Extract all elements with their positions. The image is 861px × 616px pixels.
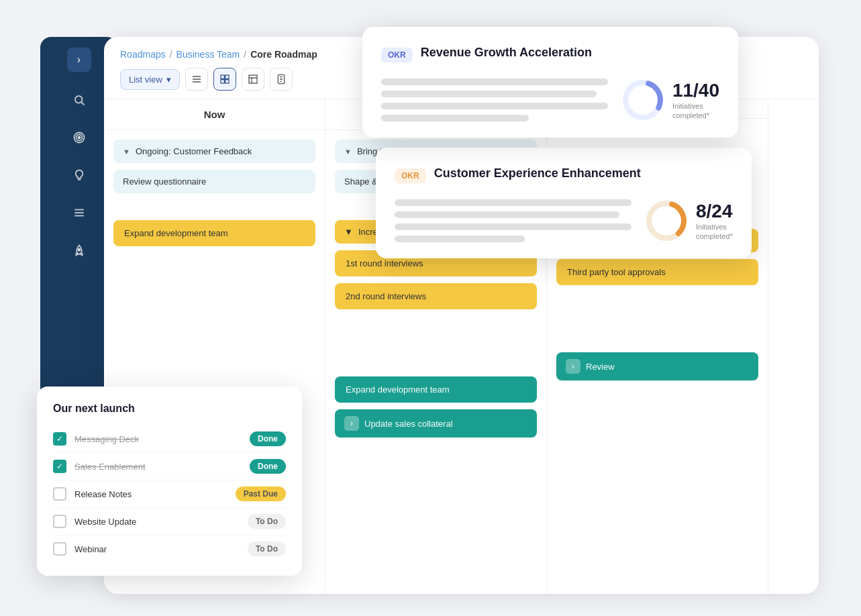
sub-review-questionnaire[interactable]: Review questionnaire (113, 170, 315, 193)
okr-badge-1: OKR (381, 48, 413, 62)
item-text-website: Website Update (74, 517, 240, 527)
chevron-down-icon-3: ▼ (344, 227, 353, 237)
okr-line (381, 79, 608, 85)
okr-line (395, 199, 631, 206)
breadcrumb-current: Core Roadmap (250, 49, 317, 60)
breadcrumb-business-team[interactable]: Business Team (176, 49, 240, 60)
checkbox-webinar[interactable] (53, 542, 66, 556)
status-badge-webinar: To Do (248, 542, 286, 556)
okr-line (395, 236, 525, 242)
status-badge-release: Past Due (236, 486, 286, 501)
col-header-now: Now (104, 99, 325, 130)
checkbox-website[interactable] (53, 515, 66, 528)
list-item: Release Notes Past Due (53, 480, 286, 508)
rocket-icon[interactable] (67, 238, 91, 262)
checkbox-sales[interactable]: ✓ (53, 460, 66, 473)
teal-review[interactable]: › Review (556, 352, 758, 380)
svg-rect-13 (221, 75, 224, 79)
checkbox-release[interactable] (53, 487, 66, 501)
checklist-card: Our next launch ✓ Messaging Deck Done ✓ … (37, 387, 302, 576)
yellow-expand-dev-team[interactable]: Expand development team (113, 220, 315, 246)
okr-count-1: 11/40 (672, 80, 719, 101)
breadcrumb-roadmaps[interactable]: Roadmaps (120, 49, 166, 60)
teal-update-sales[interactable]: › Update sales collateral (335, 409, 537, 438)
chevron-down-icon: ▼ (123, 148, 130, 156)
svg-point-4 (78, 137, 80, 139)
list-item: Webinar To Do (53, 535, 286, 562)
grid-icon-button[interactable] (213, 68, 236, 91)
svg-rect-15 (221, 80, 224, 83)
menu-icon[interactable] (67, 201, 91, 225)
okr-count-2: 8/24 (696, 201, 733, 222)
breadcrumb-sep-1: / (170, 49, 172, 60)
okr-title-2: Customer Experience Enhancement (434, 166, 641, 181)
list-item: ✓ Sales Enablement Done (53, 453, 286, 480)
okr-line (381, 103, 608, 109)
breadcrumb-sep-2: / (244, 49, 246, 60)
list-item: Website Update To Do (53, 508, 286, 535)
lightbulb-icon[interactable] (67, 163, 91, 187)
yellow-2nd-interviews[interactable]: 2nd round interviews (335, 283, 537, 309)
okr-lines-2 (395, 199, 631, 242)
okr-label-1: Initiativescompleted* (672, 101, 719, 121)
svg-line-1 (81, 102, 84, 105)
arrow-right-icon-2: › (566, 359, 580, 374)
item-text-sales: Sales Enablement (74, 462, 242, 472)
item-text-release: Release Notes (74, 489, 227, 499)
okr-card-customer: OKR Customer Experience Enhancement 8/24… (376, 148, 752, 258)
item-text-messaging: Messaging Deck (74, 434, 242, 444)
status-badge-sales: Done (250, 459, 286, 474)
checkbox-messaging[interactable]: ✓ (53, 432, 66, 446)
okr-line (381, 115, 529, 121)
okr-label-2: Initiativescompleted* (696, 222, 733, 242)
chevron-down-icon-2: ▼ (344, 148, 352, 156)
yellow-third-party[interactable]: Third party tool approvals (556, 259, 758, 285)
okr-card-revenue: OKR Revenue Growth Acceleration 11/40 In… (362, 27, 738, 138)
item-text-webinar: Webinar (74, 544, 240, 554)
okr-lines-1 (381, 79, 608, 121)
status-badge-website: To Do (248, 514, 286, 529)
svg-point-0 (75, 96, 83, 103)
list-icon-button[interactable] (185, 68, 208, 91)
arrow-right-icon: › (344, 416, 359, 431)
svg-rect-17 (249, 75, 257, 83)
status-badge-messaging: Done (250, 431, 286, 446)
teal-expand-dev-team[interactable]: Expand development team (335, 376, 537, 403)
list-view-button[interactable]: List view ▾ (120, 69, 180, 90)
search-icon[interactable] (67, 88, 91, 112)
list-item: ✓ Messaging Deck Done (53, 425, 286, 453)
sidebar-toggle-button[interactable]: › (67, 48, 91, 72)
target-icon[interactable] (67, 125, 91, 150)
clipboard-icon-button[interactable] (270, 68, 293, 91)
svg-point-9 (78, 249, 80, 251)
okr-line (395, 211, 619, 218)
checklist-title: Our next launch (53, 403, 286, 415)
okr-donut-1: 11/40 Initiativescompleted* (621, 79, 719, 121)
svg-rect-14 (225, 75, 229, 79)
okr-badge-2: OKR (395, 168, 426, 183)
svg-rect-16 (225, 80, 229, 83)
group-customer-feedback[interactable]: ▼ Ongoing: Customer Feedback (113, 140, 315, 163)
table-icon-button[interactable] (242, 68, 264, 91)
okr-line (381, 91, 597, 97)
okr-line (395, 223, 631, 230)
okr-title-1: Revenue Growth Acceleration (421, 46, 592, 60)
okr-donut-2: 8/24 Initiativescompleted* (645, 199, 733, 242)
